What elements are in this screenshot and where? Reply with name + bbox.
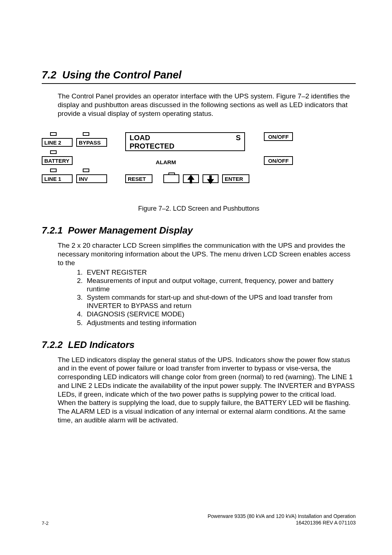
heading-rule — [42, 83, 356, 84]
button-onoff-bottom[interactable]: ON/OFF — [264, 156, 293, 165]
led-line2 — [50, 132, 57, 136]
sub2-title: LED Indicators — [68, 339, 134, 350]
arrow-down-icon — [207, 175, 215, 184]
led-battery — [50, 150, 57, 154]
section-title: Using the Control Panel — [62, 69, 181, 81]
sub1-number: 7.2.1 — [42, 225, 63, 236]
figure-7-2: LINE 2 BYPASS BATTERY LINE 1 INV LOAD S … — [42, 132, 356, 212]
button-reset[interactable]: RESET — [125, 174, 152, 183]
sub2-paragraph: The LED indicators display the general s… — [58, 356, 356, 425]
button-onoff-top[interactable]: ON/OFF — [264, 132, 293, 141]
lcd-line1-right: S — [236, 134, 241, 142]
lcd-screen: LOAD S PROTECTED — [125, 132, 245, 151]
sub2-number: 7.2.2 — [42, 339, 63, 350]
label-inv: INV — [76, 174, 107, 183]
label-alarm: ALARM — [156, 159, 176, 166]
page-footer: 7-2 Powerware 9335 (80 kVA and 120 kVA) … — [42, 513, 356, 526]
list-item: Measurements of input and output voltage… — [85, 276, 356, 293]
label-battery: BATTERY — [42, 156, 73, 165]
list-item: Adjustments and testing information — [85, 319, 356, 327]
led-line1 — [50, 169, 57, 172]
control-panel-diagram: LINE 2 BYPASS BATTERY LINE 1 INV LOAD S … — [42, 132, 296, 190]
arrow-up-icon — [187, 175, 195, 184]
page-number: 7-2 — [42, 520, 49, 526]
figure-caption: Figure 7–2. LCD Screen and Pushbuttons — [42, 205, 356, 212]
list-item: System commands for start-up and shut-do… — [85, 293, 356, 310]
lcd-line2: PROTECTED — [130, 142, 241, 150]
svg-marker-0 — [187, 175, 195, 183]
button-enter[interactable]: ENTER — [222, 174, 249, 183]
svg-marker-1 — [207, 175, 214, 184]
label-bypass: BYPASS — [76, 138, 107, 147]
led-bypass — [83, 132, 89, 136]
sub1-paragraph: The 2 x 20 character LCD Screen simplifi… — [58, 241, 356, 267]
subsection-1-heading: 7.2.1 Power Management Display — [42, 225, 356, 236]
label-line1: LINE 1 — [42, 174, 73, 183]
subsection-2-heading: 7.2.2 LED Indicators — [42, 339, 356, 351]
list-item: DIAGNOSIS (SERVICE MODE) — [85, 310, 356, 318]
section-heading: 7.2 Using the Control Panel — [42, 69, 356, 81]
section-number: 7.2 — [42, 69, 56, 81]
list-item: EVENT REGISTER — [85, 268, 356, 276]
led-inv — [83, 169, 89, 172]
label-line2: LINE 2 — [42, 138, 73, 147]
sub1-title: Power Management Display — [68, 225, 193, 236]
footer-doc-title: Powerware 9335 (80 kVA and 120 kVA) Inst… — [208, 513, 356, 520]
sub1-list: EVENT REGISTER Measurements of input and… — [74, 268, 356, 327]
footer-doc-rev: 164201396 REV A 071103 — [208, 520, 356, 526]
intro-paragraph: The Control Panel provides an operator i… — [58, 92, 356, 118]
button-down[interactable] — [203, 174, 219, 183]
button-up[interactable] — [183, 174, 199, 183]
lcd-line1-left: LOAD — [130, 134, 150, 142]
button-led-box[interactable] — [163, 174, 179, 183]
